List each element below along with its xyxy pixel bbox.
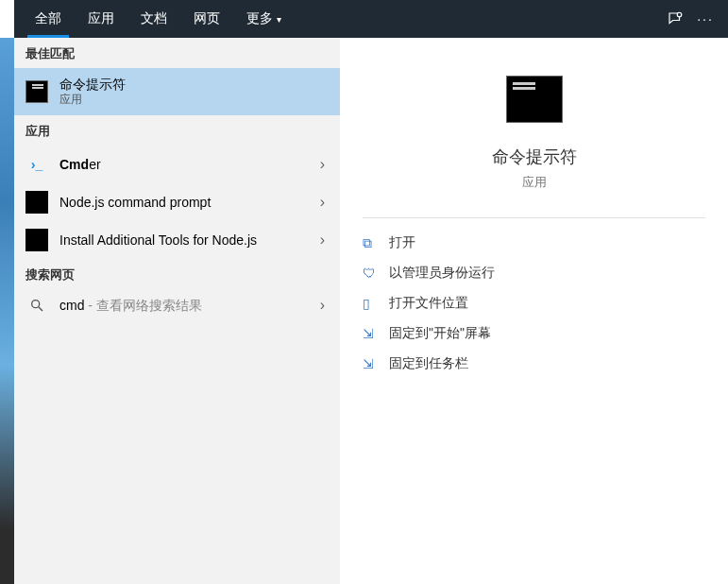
svg-point-0 — [677, 12, 682, 17]
feedback-icon[interactable] — [660, 0, 690, 38]
tab-label: 全部 — [35, 10, 61, 27]
pin-icon: ⇲ — [363, 326, 389, 341]
app-result-node-tools[interactable]: Install Additional Tools for Node.js › — [14, 221, 340, 259]
chevron-right-icon[interactable]: › — [316, 232, 329, 249]
section-best-match: 最佳匹配 — [14, 38, 340, 68]
chevron-right-icon[interactable]: › — [316, 156, 329, 173]
more-options-icon[interactable]: ··· — [690, 0, 720, 38]
tab-docs[interactable]: 文档 — [127, 0, 180, 38]
admin-icon: 🛡 — [363, 266, 389, 281]
cmder-icon: ›_ — [25, 153, 48, 176]
web-search-result[interactable]: cmd - 查看网络搜索结果 › — [14, 289, 340, 321]
tab-apps[interactable]: 应用 — [75, 0, 127, 38]
section-web: 搜索网页 — [14, 259, 340, 289]
tab-label: 应用 — [88, 10, 114, 27]
chevron-right-icon[interactable]: › — [316, 297, 329, 314]
tab-label: 文档 — [141, 10, 167, 27]
cmd-large-icon — [506, 76, 563, 123]
app-result-cmder[interactable]: ›_ Cmder › — [14, 146, 340, 183]
action-open[interactable]: ⧉ 打开 — [340, 228, 728, 258]
terminal-icon — [25, 191, 48, 214]
tab-web[interactable]: 网页 — [180, 0, 233, 38]
divider — [363, 217, 705, 218]
action-label: 打开文件位置 — [389, 295, 468, 312]
tab-label: 网页 — [194, 10, 220, 27]
pin-icon: ⇲ — [363, 356, 389, 371]
tab-more[interactable]: 更多▾ — [233, 0, 295, 38]
preview-title: 命令提示符 — [492, 146, 577, 168]
result-title: 命令提示符 — [59, 76, 329, 93]
result-subtitle: 应用 — [59, 93, 329, 108]
action-label: 固定到任务栏 — [389, 355, 468, 372]
result-title: cmd - 查看网络搜索结果 — [59, 297, 316, 314]
svg-point-1 — [32, 301, 40, 308]
folder-icon: ▯ — [363, 296, 389, 311]
result-title: Node.js command prompt — [59, 194, 316, 211]
action-pin-taskbar[interactable]: ⇲ 固定到任务栏 — [340, 349, 728, 379]
preview-pane: 命令提示符 应用 ⧉ 打开 🛡 以管理员身份运行 ▯ 打开文件位置 ⇲ 固定到"… — [340, 38, 728, 584]
tab-label: 更多 — [246, 10, 273, 27]
tab-all[interactable]: 全部 — [22, 0, 75, 38]
action-label: 以管理员身份运行 — [389, 265, 495, 282]
window-edge-strip — [0, 38, 14, 584]
action-label: 固定到"开始"屏幕 — [389, 325, 491, 342]
chevron-down-icon: ▾ — [277, 14, 281, 25]
preview-subtitle: 应用 — [522, 174, 547, 191]
search-tabs: 全部 应用 文档 网页 更多▾ ··· — [14, 0, 728, 38]
result-title: Install Additional Tools for Node.js — [59, 232, 316, 249]
result-title: Cmder — [59, 156, 316, 173]
terminal-icon — [25, 229, 48, 251]
section-apps: 应用 — [14, 115, 340, 146]
app-result-node-cmd[interactable]: Node.js command prompt › — [14, 183, 340, 221]
best-match-result[interactable]: 命令提示符 应用 — [14, 68, 340, 115]
results-pane: 最佳匹配 命令提示符 应用 应用 ›_ Cmder › Node.js comm… — [14, 38, 340, 584]
cmd-icon — [25, 80, 48, 103]
action-label: 打开 — [389, 234, 415, 251]
svg-line-2 — [39, 307, 42, 311]
search-icon — [25, 298, 48, 313]
open-icon: ⧉ — [363, 235, 389, 251]
action-pin-start[interactable]: ⇲ 固定到"开始"屏幕 — [340, 318, 728, 349]
chevron-right-icon[interactable]: › — [316, 194, 329, 211]
action-open-location[interactable]: ▯ 打开文件位置 — [340, 288, 728, 318]
preview-header: 命令提示符 应用 — [340, 38, 728, 200]
action-run-admin[interactable]: 🛡 以管理员身份运行 — [340, 258, 728, 288]
actions-list: ⧉ 打开 🛡 以管理员身份运行 ▯ 打开文件位置 ⇲ 固定到"开始"屏幕 ⇲ 固… — [340, 224, 728, 383]
